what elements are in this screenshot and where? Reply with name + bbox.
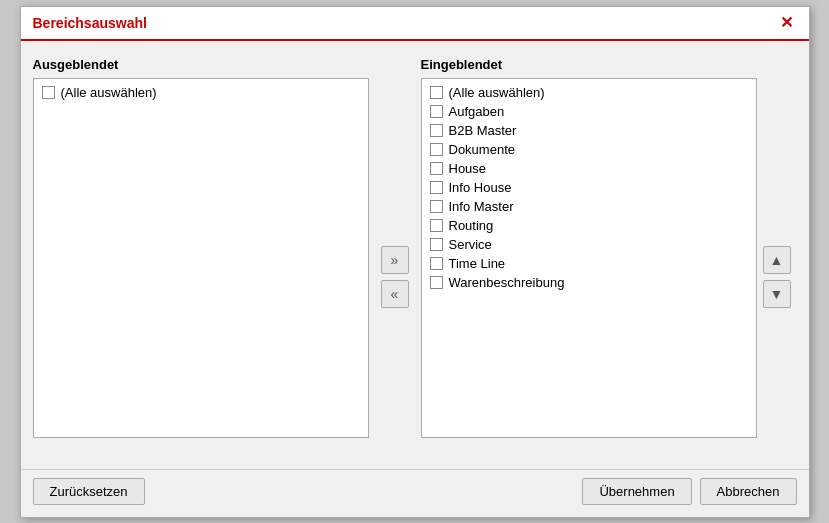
list-item-label: (Alle auswählen) — [61, 85, 157, 100]
checkbox-warenbeschreibung[interactable] — [430, 276, 443, 289]
checkbox-alle-ausgeblendet[interactable] — [42, 86, 55, 99]
move-down-button[interactable]: ▼ — [763, 280, 791, 308]
right-panel-label: Eingeblendet — [421, 57, 757, 72]
list-item[interactable]: Warenbeschreibung — [422, 273, 756, 292]
dialog-footer: Zurücksetzen Übernehmen Abbrechen — [21, 469, 809, 517]
list-item[interactable]: (Alle auswählen) — [422, 83, 756, 102]
checkbox-routing[interactable] — [430, 219, 443, 232]
checkbox-service[interactable] — [430, 238, 443, 251]
apply-button[interactable]: Übernehmen — [582, 478, 691, 505]
checkbox-alle-eingeblendet[interactable] — [430, 86, 443, 99]
list-item[interactable]: B2B Master — [422, 121, 756, 140]
checkbox-info-master[interactable] — [430, 200, 443, 213]
close-button[interactable]: ✕ — [776, 15, 797, 31]
dialog-body: Ausgeblendet (Alle auswählen) » « Eingeb… — [21, 41, 809, 465]
right-panel: Eingeblendet (Alle auswählen)AufgabenB2B… — [421, 57, 757, 438]
list-item-label: (Alle auswählen) — [449, 85, 545, 100]
move-right-button[interactable]: » — [381, 246, 409, 274]
checkbox-time-line[interactable] — [430, 257, 443, 270]
list-item-label: Service — [449, 237, 492, 252]
cancel-button[interactable]: Abbrechen — [700, 478, 797, 505]
list-item[interactable]: Aufgaben — [422, 102, 756, 121]
left-listbox[interactable]: (Alle auswählen) — [33, 78, 369, 438]
list-item[interactable]: Time Line — [422, 254, 756, 273]
dialog-title: Bereichsauswahl — [33, 15, 147, 31]
reset-button[interactable]: Zurücksetzen — [33, 478, 145, 505]
left-panel: Ausgeblendet (Alle auswählen) — [33, 57, 369, 438]
list-item-label: House — [449, 161, 487, 176]
list-item-label: Routing — [449, 218, 494, 233]
list-item-label: Aufgaben — [449, 104, 505, 119]
list-item-label: Dokumente — [449, 142, 515, 157]
left-panel-label: Ausgeblendet — [33, 57, 369, 72]
checkbox-aufgaben[interactable] — [430, 105, 443, 118]
checkbox-info-house[interactable] — [430, 181, 443, 194]
list-item-label: B2B Master — [449, 123, 517, 138]
list-item-label: Info Master — [449, 199, 514, 214]
dialog-title-bar: Bereichsauswahl ✕ — [21, 7, 809, 41]
list-item-label: Time Line — [449, 256, 506, 271]
footer-right: Übernehmen Abbrechen — [582, 478, 796, 505]
list-item[interactable]: (Alle auswählen) — [34, 83, 368, 102]
transfer-arrows: » « — [369, 57, 421, 457]
bereichsauswahl-dialog: Bereichsauswahl ✕ Ausgeblendet (Alle aus… — [20, 6, 810, 518]
move-left-button[interactable]: « — [381, 280, 409, 308]
list-item[interactable]: House — [422, 159, 756, 178]
footer-left: Zurücksetzen — [33, 478, 583, 505]
checkbox-b2b-master[interactable] — [430, 124, 443, 137]
list-item-label: Warenbeschreibung — [449, 275, 565, 290]
reorder-arrows: ▲ ▼ — [757, 57, 797, 457]
checkbox-house[interactable] — [430, 162, 443, 175]
list-item-label: Info House — [449, 180, 512, 195]
list-item[interactable]: Routing — [422, 216, 756, 235]
checkbox-dokumente[interactable] — [430, 143, 443, 156]
list-item[interactable]: Info House — [422, 178, 756, 197]
list-item[interactable]: Service — [422, 235, 756, 254]
list-item[interactable]: Info Master — [422, 197, 756, 216]
move-up-button[interactable]: ▲ — [763, 246, 791, 274]
right-listbox[interactable]: (Alle auswählen)AufgabenB2B MasterDokume… — [421, 78, 757, 438]
list-item[interactable]: Dokumente — [422, 140, 756, 159]
